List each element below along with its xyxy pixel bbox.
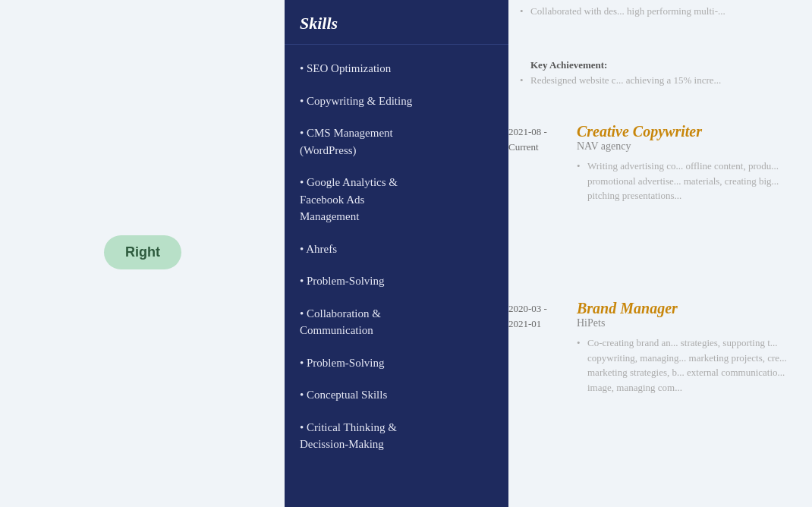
brand-section: 2020-03 -2021-01 Brand Manager HiPets Co… [508,300,812,396]
brand-bullet-1: Co-creating brand an... strategies, supp… [577,334,812,396]
skill-item-problem-solving-2: • Problem-Solving [300,347,493,379]
brand-date: 2020-03 -2021-01 [508,300,569,396]
key-achievement-bullets: • Redesigned website c... achieving a 15… [520,73,801,89]
copywriter-company: NAV agency [577,140,812,153]
top-bullets: Collaborated with des... high performing… [520,4,801,20]
skill-item-copywriting: • Copywriting & Editing [300,85,493,118]
copywriter-section: 2021-08 - Current Creative Copywriter NA… [508,123,812,205]
skill-item-critical: • Critical Thinking &Decission-Making [300,411,493,461]
top-section: Collaborated with des... high performing… [508,0,812,89]
skill-item-problem-solving-1: • Problem-Solving [300,265,493,298]
skills-list: • SEO Optimization • Copywriting & Editi… [285,45,508,468]
copywriter-date: 2021-08 - Current [508,123,569,205]
skill-item-conceptual: • Conceptual Skills [300,379,493,411]
copywriter-content: Creative Copywriter NAV agency Writing a… [577,123,812,205]
brand-row: 2020-03 -2021-01 Brand Manager HiPets Co… [508,300,812,396]
key-achievement-label: Key Achievement: [530,59,607,71]
top-bullet-1: Collaborated with des... high performing… [520,4,801,20]
skill-item-collaboration: • Collaboration &Communication [300,298,493,347]
skill-item-cms: • CMS Management(WordPress) [300,117,493,166]
right-button[interactable]: Right [104,235,181,269]
skills-panel: Skills • SEO Optimization • Copywriting … [285,0,508,507]
key-achievement-line: Key Achievement: [520,59,801,71]
brand-company: HiPets [577,317,812,329]
brand-content: Brand Manager HiPets Co-creating brand a… [577,300,812,396]
copywriter-bullet-1: Writing advertising co... offline conten… [577,157,812,205]
key-achievement-bullet: • Redesigned website c... achieving a 15… [520,73,801,89]
copywriter-title: Creative Copywriter [577,123,812,140]
skill-item-analytics: • Google Analytics &Facebook AdsManageme… [300,166,493,233]
skill-item-seo: • SEO Optimization [300,52,493,85]
brand-bullets: Co-creating brand an... strategies, supp… [577,334,812,396]
skills-header: Skills [285,0,508,45]
brand-title: Brand Manager [577,300,812,317]
copywriter-row: 2021-08 - Current Creative Copywriter NA… [508,123,812,205]
copywriter-bullets: Writing advertising co... offline conten… [577,157,812,205]
skill-item-ahrefs: • Ahrefs [300,233,493,266]
